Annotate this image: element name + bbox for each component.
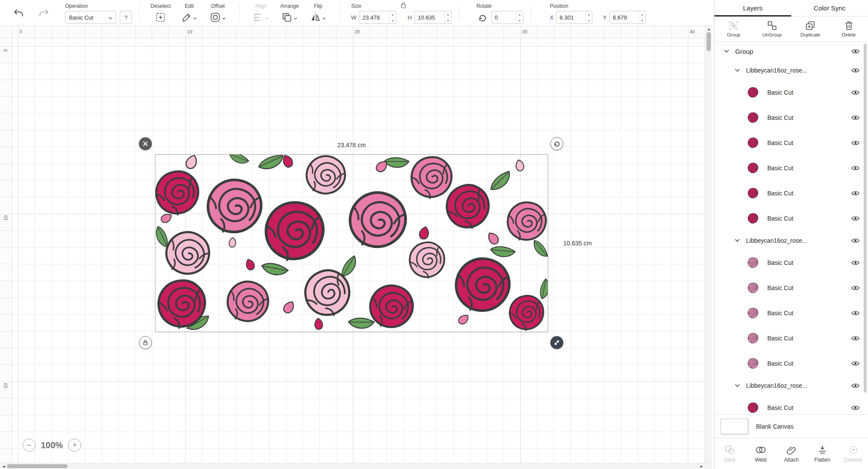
lock-aspect-icon[interactable] <box>400 1 407 10</box>
height-input[interactable]: 10.635 ▲▼ <box>414 11 452 24</box>
layer-row[interactable]: Basic Cut <box>714 301 868 326</box>
eye-icon[interactable] <box>851 165 860 171</box>
chevron-down-icon[interactable] <box>735 69 740 72</box>
width-input[interactable]: 23.478 ▲▼ <box>359 11 396 24</box>
ungroup-button[interactable]: UnGroup <box>753 17 792 41</box>
horizontal-scroll-thumb[interactable] <box>7 464 68 468</box>
flatten-button[interactable]: Flatten <box>807 438 838 469</box>
rotate-button[interactable] <box>477 12 488 23</box>
rotate-stepper[interactable]: ▲▼ <box>516 11 523 23</box>
tab-color-sync[interactable]: Color Sync <box>791 0 868 16</box>
scroll-up-arrow[interactable]: ▲ <box>707 27 711 31</box>
duplicate-button[interactable]: Duplicate <box>791 17 830 41</box>
layer-row[interactable]: Basic Cut <box>714 181 868 206</box>
layer-row[interactable]: Basic Cut <box>714 130 868 155</box>
width-stepper[interactable]: ▲▼ <box>389 11 396 23</box>
resize-handle[interactable] <box>550 336 563 349</box>
layer-row[interactable]: Basic Cut <box>714 80 868 105</box>
layer-label: Basic Cut <box>767 335 851 342</box>
rotate-handle[interactable] <box>550 137 563 150</box>
eye-icon[interactable] <box>851 190 860 196</box>
slice-button[interactable]: Slice <box>714 438 745 469</box>
canvas-vertical-scrollbar[interactable]: ▲ <box>705 26 712 463</box>
flip-group: Flip <box>304 0 332 26</box>
offset-button[interactable] <box>209 11 227 23</box>
eye-icon[interactable] <box>851 215 860 221</box>
zoom-out-button[interactable]: − <box>23 439 36 452</box>
eye-icon[interactable] <box>851 140 860 146</box>
vertical-scroll-thumb[interactable] <box>707 32 711 51</box>
chevron-down-icon[interactable] <box>735 239 740 242</box>
rotate-input[interactable]: 0 ▲▼ <box>491 11 523 24</box>
delete-button[interactable]: Delete <box>830 17 868 41</box>
eye-icon[interactable] <box>851 67 860 73</box>
layer-thumbnail <box>746 212 760 225</box>
delete-handle[interactable] <box>139 137 152 150</box>
operation-select[interactable]: Basic Cut <box>65 11 116 24</box>
height-stepper[interactable]: ▲▼ <box>444 11 451 23</box>
eye-icon[interactable] <box>851 285 860 291</box>
panel-scroll-thumb[interactable] <box>864 43 867 393</box>
layer-label: Libbeycan16oz_rose... <box>746 67 851 74</box>
tab-layers[interactable]: Layers <box>714 0 791 16</box>
deselect-button[interactable] <box>155 11 167 23</box>
attach-button[interactable]: Attach <box>776 438 807 469</box>
position-x-stepper[interactable]: ▲▼ <box>585 11 592 23</box>
deselect-label: Deselect <box>151 3 171 9</box>
layer-label: Basic Cut <box>767 404 851 411</box>
eye-icon[interactable] <box>851 310 860 316</box>
offset-label: Offset <box>211 3 225 9</box>
layer-subgroup-row[interactable]: Libbeycan16oz_rose... <box>714 61 868 80</box>
layer-row[interactable]: Basic Cut <box>714 275 868 301</box>
position-y-input[interactable]: 6.679 ▲▼ <box>609 11 646 24</box>
layer-thumbnail <box>746 332 760 345</box>
layer-row[interactable]: Basic Cut <box>714 326 868 351</box>
scroll-right-arrow[interactable]: ► <box>700 464 704 469</box>
eye-icon[interactable] <box>851 48 860 54</box>
layer-subgroup-row[interactable]: Libbeycan16oz_rose... <box>714 376 868 395</box>
design-canvas[interactable]: 23.478 cm 10.635 cm − 100% + <box>12 38 705 463</box>
redo-button[interactable] <box>37 7 50 19</box>
eye-icon[interactable] <box>851 383 860 389</box>
edit-label: Edit <box>185 3 194 9</box>
arrange-label: Arrange <box>280 3 299 9</box>
zoom-in-button[interactable]: + <box>68 439 81 452</box>
zoom-level: 100% <box>41 440 63 450</box>
layer-row[interactable]: Basic Cut <box>714 105 868 130</box>
eye-icon[interactable] <box>851 238 860 244</box>
help-button[interactable]: ? <box>120 11 132 24</box>
lock-handle[interactable] <box>139 336 152 349</box>
undo-button[interactable] <box>12 7 25 19</box>
selected-object[interactable]: 23.478 cm 10.635 cm <box>155 154 548 332</box>
flip-button[interactable] <box>309 12 327 23</box>
eye-icon[interactable] <box>851 335 860 341</box>
position-x-input[interactable]: 8.301 ▲▼ <box>556 11 592 24</box>
chevron-down-icon[interactable] <box>735 384 740 387</box>
toolbar-separator <box>339 3 340 22</box>
eye-icon[interactable] <box>851 89 860 96</box>
chevron-down-icon[interactable] <box>724 50 729 53</box>
eye-icon[interactable] <box>851 260 860 266</box>
eye-icon[interactable] <box>851 360 860 367</box>
edit-button[interactable] <box>181 12 197 23</box>
position-y-stepper[interactable]: ▲▼ <box>638 11 645 23</box>
weld-button[interactable]: Weld <box>745 438 776 469</box>
arrange-button[interactable] <box>281 11 298 23</box>
eye-icon[interactable] <box>851 405 860 411</box>
layer-row[interactable]: Basic Cut <box>714 395 868 415</box>
layer-row[interactable]: Basic Cut <box>714 206 868 231</box>
contour-button[interactable]: Contour <box>838 438 868 469</box>
blank-canvas-row[interactable]: Blank Canvas <box>714 415 868 438</box>
layer-row[interactable]: Basic Cut <box>714 250 868 275</box>
canvas-color-swatch[interactable] <box>720 419 748 434</box>
layer-group-row[interactable]: Group <box>714 42 868 61</box>
align-button[interactable] <box>252 12 270 23</box>
group-button[interactable]: Group <box>714 17 753 41</box>
eye-icon[interactable] <box>851 115 860 121</box>
layer-row[interactable]: Basic Cut <box>714 155 868 181</box>
scroll-left-arrow[interactable]: ◄ <box>2 464 6 469</box>
panel-scrollbar[interactable] <box>864 43 867 407</box>
layer-row[interactable]: Basic Cut <box>714 351 868 376</box>
canvas-horizontal-scrollbar[interactable]: ◄ ► <box>0 463 712 469</box>
layer-subgroup-row[interactable]: Libbeycan16oz_rose... <box>714 231 868 250</box>
